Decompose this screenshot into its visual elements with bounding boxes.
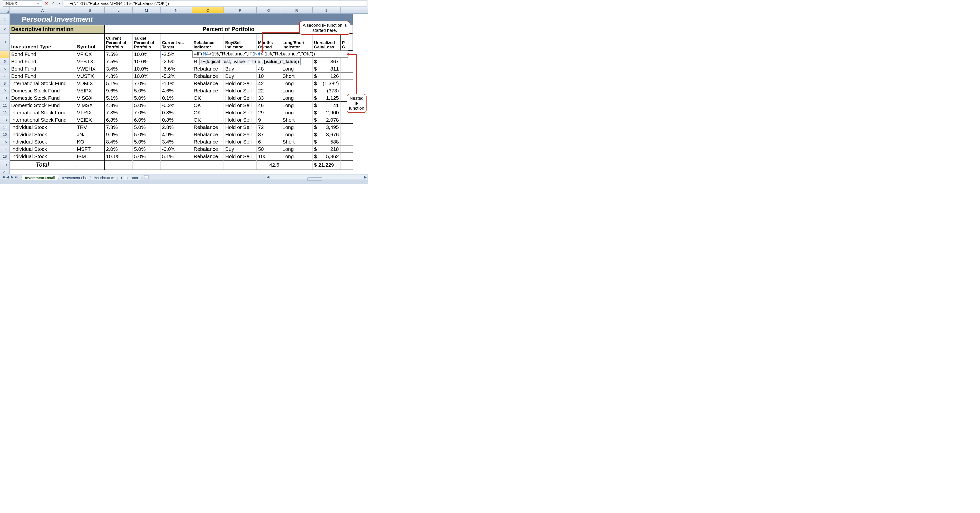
cell-empty-20-5[interactable] — [192, 170, 224, 174]
cell-Q6[interactable]: 48 — [257, 65, 281, 72]
tab-nav-first-icon[interactable]: ⏮ — [2, 175, 5, 179]
cell-A8[interactable]: International Stock Fund — [10, 80, 75, 87]
cell-T13[interactable] — [340, 116, 353, 124]
cancel-formula-button[interactable]: ✕ — [45, 1, 48, 6]
row-header-2[interactable]: 2 — [0, 25, 10, 33]
cell-B11[interactable]: VIMSX — [75, 102, 105, 109]
cell-O18[interactable]: Rebalance — [192, 153, 224, 160]
cell-Q7[interactable]: 10 — [257, 72, 281, 80]
cell-Q8[interactable]: 42 — [257, 80, 281, 87]
cell-A5[interactable]: Bond Fund — [10, 58, 75, 65]
cell-Q15[interactable]: 87 — [257, 131, 281, 138]
cell-O9[interactable]: Rebalance — [192, 87, 224, 94]
cell-R17[interactable]: Long — [281, 145, 313, 153]
cell-B12[interactable]: VTRIX — [75, 109, 105, 116]
cell-O12[interactable]: OK — [192, 109, 224, 116]
cell-O7[interactable]: Rebalance — [192, 72, 224, 80]
col-header-N[interactable]: N — [161, 7, 192, 13]
scroll-left-icon[interactable]: ◀ — [266, 175, 270, 179]
cell-M14[interactable]: 5.0% — [132, 124, 161, 131]
cell-O15[interactable]: Rebalance — [192, 131, 224, 138]
cell-S18[interactable]: $5,362 — [313, 153, 340, 160]
cell-T5[interactable] — [340, 58, 353, 65]
row-header-1[interactable]: 1 — [0, 14, 10, 25]
cell-B8[interactable]: VDMIX — [75, 80, 105, 87]
cell-L13[interactable]: 6.8% — [105, 116, 132, 124]
cell-S8[interactable]: $(1,382) — [313, 80, 340, 87]
row-header-5[interactable]: 5 — [0, 58, 10, 65]
cell-R8[interactable]: Long — [281, 80, 313, 87]
cell-total-R[interactable] — [281, 160, 313, 170]
spreadsheet-grid[interactable]: 1 Personal Investment 2 Descriptive Info… — [0, 14, 368, 174]
cell-R16[interactable]: Short — [281, 138, 313, 145]
cell-Q11[interactable]: 46 — [257, 102, 281, 109]
cell-L17[interactable]: 2.0% — [105, 145, 132, 153]
sheet-tab-investment-detail[interactable]: Investment Detail — [21, 175, 59, 180]
cell-P14[interactable]: Hold or Sell — [224, 124, 257, 131]
cell-A12[interactable]: International Stock Fund — [10, 109, 75, 116]
cell-M10[interactable]: 5.0% — [132, 94, 161, 102]
cell-Q9[interactable]: 22 — [257, 87, 281, 94]
cell-L9[interactable]: 9.6% — [105, 87, 132, 94]
col-header-M[interactable]: M — [132, 7, 161, 13]
row-header-20[interactable]: 20 — [0, 170, 10, 174]
cell-M17[interactable]: 5.0% — [132, 145, 161, 153]
enter-formula-button[interactable]: ✓ — [51, 1, 54, 6]
cell-total-S[interactable]: $ 21,229 — [313, 160, 340, 170]
cell-B18[interactable]: IBM — [75, 153, 105, 160]
name-box[interactable]: INDEX — [3, 0, 42, 6]
cell-L16[interactable]: 8.4% — [105, 138, 132, 145]
cell-T17[interactable] — [340, 145, 353, 153]
cell-T7[interactable] — [340, 72, 353, 80]
cell-A10[interactable]: Domestic Stock Fund — [10, 94, 75, 102]
cell-empty-20-4[interactable] — [161, 170, 192, 174]
cell-L8[interactable]: 5.1% — [105, 80, 132, 87]
cell-N6[interactable]: -6.6% — [161, 65, 192, 72]
cell-P16[interactable]: Hold or Sell — [224, 138, 257, 145]
cell-A6[interactable]: Bond Fund — [10, 65, 75, 72]
cell-total-Q[interactable]: 42.6 — [257, 160, 281, 170]
cell-P18[interactable]: Hold or Sell — [224, 153, 257, 160]
cell-M11[interactable]: 5.0% — [132, 102, 161, 109]
cell-O6[interactable]: Rebalance — [192, 65, 224, 72]
cell-T6[interactable] — [340, 65, 353, 72]
cell-L4[interactable]: 7.5% — [105, 51, 132, 58]
cell-Q17[interactable]: 50 — [257, 145, 281, 153]
cell-M7[interactable]: 10.0% — [132, 72, 161, 80]
row-header-19[interactable]: 19 — [0, 160, 10, 170]
cell-total-O[interactable] — [192, 160, 224, 170]
col-header-A[interactable]: A — [10, 7, 75, 13]
cell-R15[interactable]: Long — [281, 131, 313, 138]
cell-A15[interactable]: Individual Stock — [10, 131, 75, 138]
cell-B15[interactable]: JNJ — [75, 131, 105, 138]
cell-T16[interactable] — [340, 138, 353, 145]
col-header-B[interactable]: B — [75, 7, 105, 13]
cell-S10[interactable]: $1,125 — [313, 94, 340, 102]
row-header-15[interactable]: 15 — [0, 131, 10, 138]
col-header-L[interactable]: L — [105, 7, 132, 13]
cell-R13[interactable]: Short — [281, 116, 313, 124]
cell-A9[interactable]: Domestic Stock Fund — [10, 87, 75, 94]
col-header-O-active[interactable]: O — [192, 7, 224, 13]
sheet-tab-price-data[interactable]: Price Data — [117, 175, 143, 180]
cell-total-M[interactable] — [132, 160, 161, 170]
cell-B7[interactable]: VUSTX — [75, 72, 105, 80]
cell-A18[interactable]: Individual Stock — [10, 153, 75, 160]
cell-P10[interactable]: Hold or Sell — [224, 94, 257, 102]
cell-S14[interactable]: $3,495 — [313, 124, 340, 131]
cell-B17[interactable]: MSFT — [75, 145, 105, 153]
cell-total-B[interactable] — [75, 160, 105, 170]
cell-L11[interactable]: 4.8% — [105, 102, 132, 109]
cell-O17[interactable]: Rebalance — [192, 145, 224, 153]
cell-empty-20-0[interactable] — [10, 170, 75, 174]
cell-M5[interactable]: 10.0% — [132, 58, 161, 65]
row-header-8[interactable]: 8 — [0, 80, 10, 87]
row-header-10[interactable]: 10 — [0, 94, 10, 102]
cell-Q16[interactable]: 6 — [257, 138, 281, 145]
cell-N17[interactable]: -3.0% — [161, 145, 192, 153]
select-all-corner[interactable] — [0, 7, 10, 13]
cell-Q14[interactable]: 72 — [257, 124, 281, 131]
cell-R9[interactable]: Long — [281, 87, 313, 94]
row-header-7[interactable]: 7 — [0, 72, 10, 80]
cell-B16[interactable]: KO — [75, 138, 105, 145]
